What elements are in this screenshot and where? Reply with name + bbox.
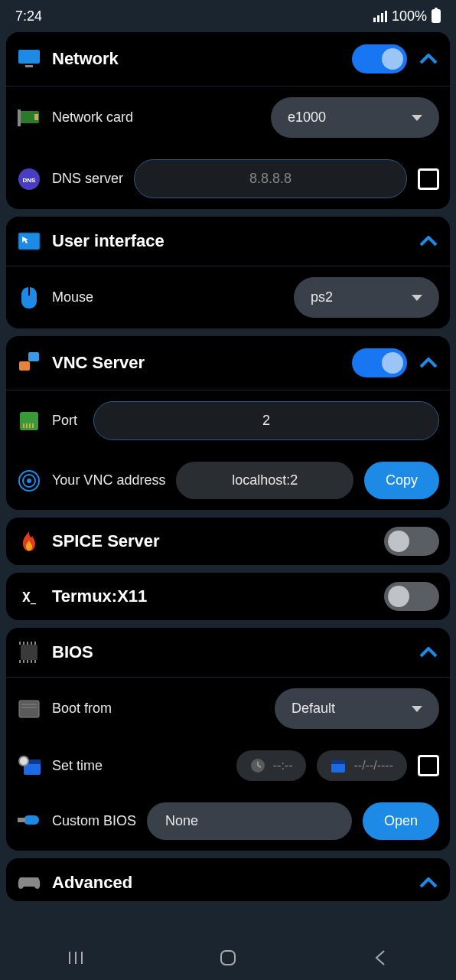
- battery-icon: [432, 9, 441, 23]
- svg-rect-10: [28, 352, 39, 361]
- status-bar: 7:24 100%: [0, 0, 456, 32]
- vnc-address-value: localhost:2: [176, 462, 353, 499]
- termux-toggle[interactable]: [384, 582, 439, 611]
- vnc-address-row: Your VNC address localhost:2 Copy: [6, 451, 450, 510]
- svg-rect-3: [34, 114, 38, 120]
- clock-icon: [250, 758, 265, 773]
- chevron-up-icon[interactable]: [418, 642, 439, 663]
- open-button[interactable]: Open: [363, 802, 439, 840]
- svg-point-38: [20, 757, 28, 765]
- vnc-header[interactable]: VNC Server: [6, 336, 450, 390]
- mouse-label: Mouse: [52, 289, 283, 305]
- svg-rect-7: [18, 233, 40, 250]
- desktop-icon: [17, 229, 41, 253]
- home-button[interactable]: [217, 947, 239, 969]
- svg-rect-26: [19, 660, 21, 663]
- custom-bios-label: Custom BIOS: [52, 813, 136, 829]
- svg-rect-23: [27, 642, 28, 645]
- spice-header[interactable]: SPICE Server: [6, 518, 450, 565]
- dns-label: DNS server: [52, 171, 123, 187]
- chevron-down-icon: [412, 706, 422, 712]
- section-spice: SPICE Server: [6, 518, 450, 565]
- usb-icon: [17, 809, 41, 834]
- back-button[interactable]: [370, 947, 391, 969]
- recents-button[interactable]: [65, 947, 86, 969]
- status-time: 7:24: [15, 8, 42, 24]
- network-card-dropdown[interactable]: e1000: [271, 97, 439, 138]
- svg-rect-49: [221, 951, 235, 965]
- svg-rect-24: [31, 642, 32, 645]
- flame-icon: [17, 529, 41, 554]
- svg-rect-30: [34, 660, 36, 663]
- termux-header[interactable]: X_ Termux:X11: [6, 573, 450, 620]
- vnc-title: VNC Server: [52, 353, 341, 373]
- spice-toggle[interactable]: [384, 527, 439, 556]
- svg-rect-13: [23, 423, 24, 428]
- calendar-icon: [331, 758, 346, 773]
- chevron-up-icon[interactable]: [418, 230, 439, 252]
- svg-rect-43: [331, 760, 345, 764]
- broadcast-icon: [17, 469, 41, 493]
- monitor-icon: [17, 47, 41, 71]
- svg-text:DNS: DNS: [23, 177, 37, 184]
- mouse-dropdown[interactable]: ps2: [294, 277, 439, 318]
- network-card-icon: [17, 106, 41, 130]
- svg-rect-1: [25, 65, 33, 67]
- section-advanced: Advanced: [6, 858, 450, 901]
- chevron-down-icon: [412, 295, 422, 301]
- advanced-header[interactable]: Advanced: [6, 858, 450, 901]
- network-toggle[interactable]: [352, 44, 407, 74]
- ui-header[interactable]: User interface: [6, 217, 450, 266]
- svg-rect-45: [18, 818, 25, 822]
- port-label: Port: [52, 413, 83, 429]
- dns-icon: DNS: [17, 167, 41, 191]
- dns-row: DNS DNS server 8.8.8.8: [6, 149, 450, 209]
- battery-percent: 100%: [392, 8, 427, 24]
- mouse-row: Mouse ps2: [6, 266, 450, 328]
- network-header[interactable]: Network: [6, 32, 450, 86]
- vnc-toggle[interactable]: [352, 348, 407, 377]
- network-title: Network: [52, 49, 341, 69]
- custom-bios-row: Custom BIOS None Open: [6, 792, 450, 851]
- svg-rect-0: [18, 50, 40, 64]
- svg-rect-14: [26, 423, 28, 428]
- chevron-up-icon[interactable]: [418, 872, 439, 893]
- svg-rect-27: [23, 660, 24, 663]
- svg-rect-25: [34, 642, 36, 645]
- copy-button[interactable]: Copy: [364, 462, 439, 499]
- svg-rect-16: [32, 423, 34, 428]
- chevron-up-icon[interactable]: [418, 352, 439, 374]
- svg-rect-31: [19, 701, 39, 717]
- port-input[interactable]: 2: [93, 401, 439, 440]
- svg-rect-15: [29, 423, 31, 428]
- svg-rect-22: [23, 642, 24, 645]
- settime-label: Set time: [52, 758, 113, 774]
- chevron-up-icon[interactable]: [418, 48, 439, 70]
- section-bios: BIOS Boot from Default Set time --:-- --…: [6, 628, 450, 851]
- boot-dropdown[interactable]: Default: [275, 688, 439, 729]
- svg-rect-20: [21, 645, 37, 660]
- settime-checkbox[interactable]: [418, 755, 439, 776]
- calendar-clock-icon: [17, 753, 41, 778]
- system-nav-bar: [0, 936, 456, 980]
- svg-point-19: [27, 479, 31, 483]
- svg-rect-44: [24, 815, 39, 825]
- svg-rect-29: [31, 660, 32, 663]
- time-picker[interactable]: --:--: [236, 750, 307, 781]
- chevron-down-icon: [412, 115, 422, 121]
- port-row: Port 2: [6, 390, 450, 451]
- date-picker[interactable]: --/--/----: [317, 750, 407, 781]
- bios-title: BIOS: [52, 642, 407, 662]
- spice-title: SPICE Server: [52, 531, 373, 551]
- dns-input[interactable]: 8.8.8.8: [134, 159, 407, 198]
- boot-label: Boot from: [52, 701, 264, 717]
- section-ui: User interface Mouse ps2: [6, 217, 450, 328]
- drive-icon: [17, 697, 41, 721]
- settime-row: Set time --:-- --/--/----: [6, 740, 450, 792]
- signal-icon: [373, 11, 387, 22]
- bios-header[interactable]: BIOS: [6, 628, 450, 677]
- dns-checkbox[interactable]: [418, 168, 439, 190]
- chip-icon: [17, 640, 41, 665]
- advanced-title: Advanced: [52, 873, 407, 893]
- termux-title: Termux:X11: [52, 586, 373, 606]
